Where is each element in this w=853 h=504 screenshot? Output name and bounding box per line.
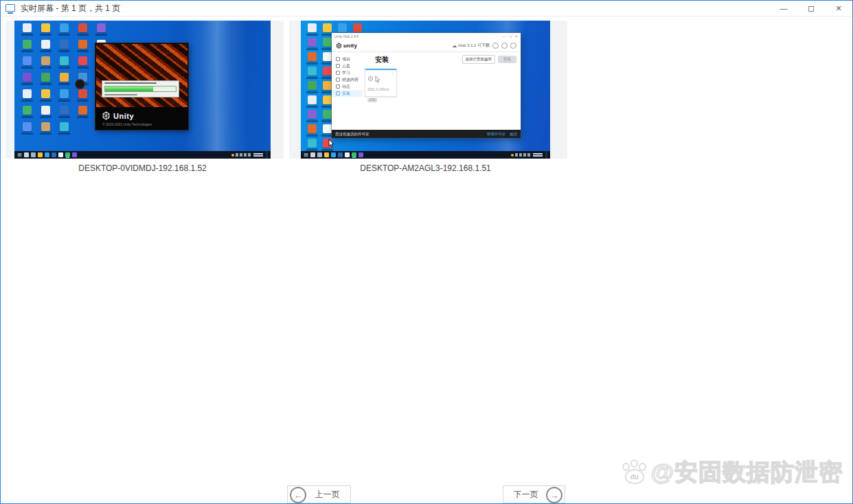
taskbar-app-icon	[345, 152, 350, 157]
hub-sidebar-item: 精选内容	[332, 76, 363, 83]
show-desktop-button	[266, 151, 268, 159]
version-tag-badge: LTS	[367, 98, 377, 102]
taskbar-app-icon	[65, 152, 70, 157]
cloud-download-icon: ☁	[452, 43, 457, 48]
taskbar-app-icon	[317, 152, 322, 157]
desktop-icon	[304, 67, 319, 81]
system-tray	[511, 151, 547, 159]
license-link: 激活	[510, 132, 517, 137]
taskbar-app-icon	[352, 152, 356, 157]
desktop-icon	[18, 122, 36, 139]
close-button[interactable]: ✕	[825, 1, 852, 16]
loading-subcaption	[104, 94, 137, 95]
desktop-icon	[18, 89, 36, 106]
unity-loading-dialog	[102, 80, 179, 98]
hub-body: 项目云盘学习精选内容动态安装 安装 添加已安装版本 安装 ⋮	[332, 52, 521, 130]
sidebar-item-icon	[336, 78, 340, 82]
unity-wordmark: Unity	[113, 112, 134, 120]
hub-sidebar-item: 学习	[332, 69, 363, 76]
taskbar-app-icon	[58, 152, 63, 157]
sidebar-item-icon	[336, 84, 340, 89]
taskbar-app-icon	[31, 152, 36, 157]
desktop-icon	[55, 73, 73, 89]
screen-thumbnail-left[interactable]: Unity © 2020-2021 Unity Technologies ⊞	[5, 21, 284, 159]
realtime-screen-window: 实时屏幕 - 第 1 页，共 1 页 — ◻ ✕	[0, 0, 853, 504]
hub-sidebar-item: 云盘	[332, 62, 363, 69]
gear-icon	[501, 43, 508, 49]
hub-license-bar: 您没有激活的许可证 管理许可证激活	[332, 130, 521, 138]
taskbar: ⊞	[14, 151, 271, 159]
desktop-icon	[18, 106, 36, 122]
hub-logo-text: unity	[343, 43, 357, 49]
window-controls: — ◻ ✕	[770, 1, 852, 16]
desktop-icon	[36, 106, 55, 122]
locate-version-button: 添加已安装版本	[462, 55, 496, 64]
thumbnail-label-right: DESKTOP-AM2AGL3-192.168.1.51	[301, 163, 550, 173]
unity-splash-window: Unity © 2020-2021 Unity Technologies	[95, 43, 188, 130]
taskbar-app-icon	[52, 152, 56, 157]
desktop-icon	[36, 73, 55, 89]
desktop-icon	[55, 122, 73, 139]
screen-thumbnail-right[interactable]: Unity Hub 2.4.5 —□✕ unity ☁ Hub 3.1.1 可下…	[289, 21, 567, 159]
desktop-icon	[55, 40, 73, 56]
minimize-button[interactable]: —	[770, 1, 797, 16]
taskbar-app-icon	[359, 152, 363, 157]
hub-sidebar-item: 项目	[332, 56, 363, 62]
clock	[533, 153, 543, 157]
desktop-icon	[73, 23, 92, 40]
desktop-icon	[18, 23, 36, 40]
thumbnail-label-left: DESKTOP-0VIDMDJ-192.168.1.52	[14, 163, 271, 173]
install-button: 安装	[498, 56, 516, 63]
license-link: 管理许可证	[487, 132, 506, 137]
hub-header: unity ☁ Hub 3.1.1 可下载	[332, 40, 521, 52]
desktop-icon	[304, 38, 319, 52]
next-arrow-icon: →	[546, 487, 562, 503]
taskbar-app-icon	[72, 152, 77, 157]
desktop-icon	[36, 122, 55, 139]
system-tray	[231, 151, 268, 159]
baidu-paw-icon: du	[622, 460, 648, 485]
window-title: 实时屏幕 - 第 1 页，共 1 页	[21, 3, 120, 14]
taskbar: ⊞	[301, 151, 550, 159]
unity-logo-icon	[102, 111, 111, 120]
desktop-icon	[304, 52, 319, 67]
mouse-cursor	[375, 76, 380, 84]
show-desktop-button	[545, 151, 547, 159]
desktop-icon	[55, 56, 73, 73]
watermark-text: @安固数据防泄密	[651, 457, 843, 488]
start-button-icon: ⊞	[304, 152, 308, 158]
desktop-icon	[36, 89, 55, 106]
taskbar-app-icon	[45, 152, 49, 157]
maximize-button[interactable]: ◻	[797, 1, 825, 16]
hub-sidebar-item: 动态	[332, 83, 363, 90]
desktop-icon	[73, 40, 92, 56]
taskbar-app-icon	[331, 152, 336, 157]
taskbar-app-icon	[338, 152, 343, 157]
desktop-icon	[304, 23, 319, 38]
hub-update-notice: ☁ Hub 3.1.1 可下载	[452, 43, 490, 49]
sidebar-item-icon	[336, 71, 340, 75]
next-page-label: 下一页	[514, 489, 538, 501]
remote-desktop-2: Unity Hub 2.4.5 —□✕ unity ☁ Hub 3.1.1 可下…	[301, 21, 550, 159]
account-icon	[510, 43, 516, 49]
desktop-icon	[18, 56, 36, 73]
hub-sidebar-item: 安装	[332, 90, 363, 97]
unity-version-text: 2021.3.19f1c1	[367, 87, 394, 91]
watermark-logo-text: du	[625, 469, 644, 484]
taskbar-app-icon	[24, 152, 29, 157]
desktop-icon	[304, 95, 319, 110]
hub-title-bar: Unity Hub 2.4.5 —□✕	[332, 33, 521, 40]
monitor-icon	[5, 4, 15, 12]
sidebar-item-icon	[336, 64, 340, 68]
license-message: 您没有激活的许可证	[335, 132, 369, 137]
desktop-icon	[73, 106, 92, 122]
unity-logo-icon	[336, 43, 342, 49]
unity-cube-icon	[367, 76, 374, 82]
card-menu-icon: ⋮	[390, 71, 394, 76]
desktop-icon	[304, 124, 319, 139]
next-page-button[interactable]: 下一页 →	[503, 485, 565, 503]
prev-page-button[interactable]: ← 上一页	[287, 485, 351, 503]
hub-sidebar: 项目云盘学习精选内容动态安装	[332, 52, 363, 130]
unity-copyright: © 2020-2021 Unity Technologies	[102, 122, 152, 126]
taskbar-app-icon	[324, 152, 329, 157]
